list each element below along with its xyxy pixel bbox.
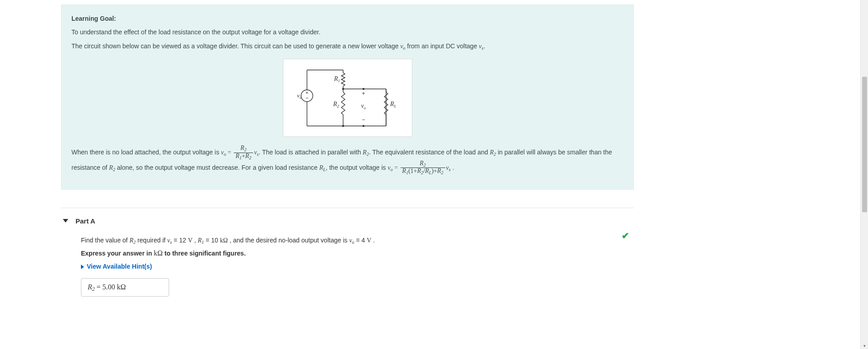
vertical-scrollbar[interactable]: ▾ [860,0,868,349]
part-a-header[interactable]: Part A [61,215,634,232]
part-a-express: Express your answer in kΩ to three signi… [81,249,634,257]
svg-text:vo: vo [361,102,366,110]
learning-goal-text: To understand the effect of the load res… [71,28,623,37]
view-hints-link[interactable]: View Available Hint(s) [81,263,152,270]
chevron-right-icon [81,265,84,269]
explanation-text: When there is no load attached, the outp… [71,145,623,176]
collapse-icon [63,219,68,223]
circuit-diagram: + − vs R1 R2 RL [283,59,412,137]
learning-goal-box: Learning Goal: To understand the effect … [61,5,634,190]
svg-point-8 [362,88,364,90]
svg-text:+: + [362,90,365,97]
svg-point-9 [342,125,344,127]
svg-text:RL: RL [390,101,396,108]
part-a-question: Find the value of R2 required if vs = 12… [81,237,634,245]
scrollbar-thumb[interactable] [862,77,867,212]
learning-goal-heading: Learning Goal: [71,15,116,22]
part-a-title: Part A [75,217,95,225]
svg-text:−: − [362,116,365,123]
svg-text:R1: R1 [334,75,340,83]
answer-display: R2 = 5.00 kΩ [81,278,169,297]
svg-text:vs: vs [297,92,302,100]
part-a-section: Part A ✔ Find the value of R2 required i… [61,208,634,297]
svg-point-7 [342,88,344,90]
scroll-down-icon[interactable]: ▾ [861,342,868,349]
circuit-intro-text: The circuit shown below can be viewed as… [71,42,623,51]
svg-text:−: − [305,95,308,101]
svg-text:R2: R2 [333,101,340,108]
svg-point-10 [362,125,364,127]
correct-check-icon: ✔ [622,230,629,241]
